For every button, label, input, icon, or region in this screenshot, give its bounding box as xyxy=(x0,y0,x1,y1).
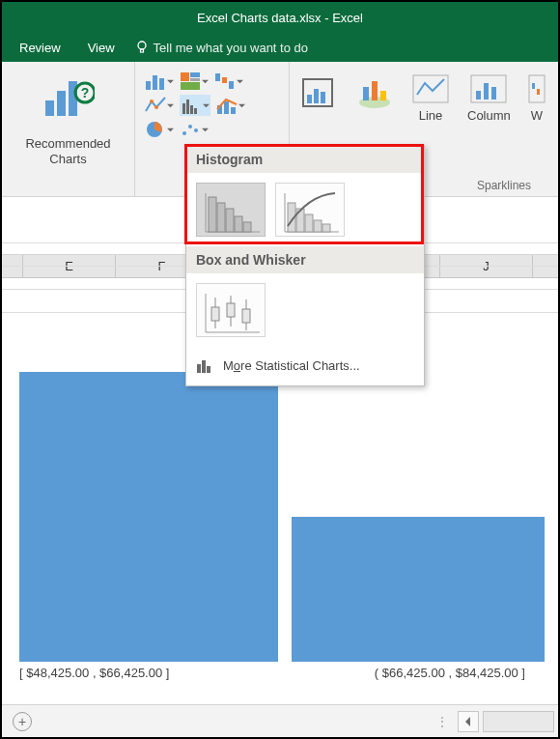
lightbulb-icon xyxy=(134,40,150,55)
svg-rect-65 xyxy=(227,303,235,317)
insert-column-chart-button[interactable] xyxy=(145,71,174,91)
svg-point-18 xyxy=(154,105,158,109)
svg-rect-19 xyxy=(182,103,185,114)
group-label-sparklines: Sparklines xyxy=(477,179,531,192)
group-recommended-charts: ? Recommended Charts Charts xyxy=(2,62,135,196)
svg-rect-48 xyxy=(209,197,216,232)
svg-point-0 xyxy=(138,42,146,49)
tell-me-search[interactable]: Tell me what you want to do xyxy=(154,41,308,55)
plus-icon: + xyxy=(13,712,32,731)
svg-rect-16 xyxy=(229,81,234,89)
sheet-tab-bar: + ⋮ xyxy=(2,704,558,737)
svg-rect-13 xyxy=(181,82,200,90)
svg-rect-8 xyxy=(153,75,157,90)
svg-rect-25 xyxy=(231,107,236,114)
svg-rect-15 xyxy=(222,77,227,83)
tab-review[interactable]: Review xyxy=(6,41,74,55)
recommended-charts-label: Recommended Charts xyxy=(25,136,110,166)
histogram-bar-1 xyxy=(19,372,278,662)
embedded-histogram-chart[interactable]: [ $48,425.00 , $66,425.00 ] ( $66,425.00… xyxy=(19,390,545,695)
more-statistical-charts-label: More Statistical Charts... xyxy=(223,358,360,373)
new-sheet-button[interactable]: + xyxy=(8,707,37,736)
tab-view[interactable]: View xyxy=(74,41,128,55)
svg-rect-37 xyxy=(380,91,386,100)
insert-statistic-chart-button[interactable] xyxy=(180,95,210,116)
statistic-chart-dropdown: Histogram xyxy=(185,145,425,386)
svg-rect-11 xyxy=(190,72,200,77)
svg-rect-52 xyxy=(243,222,251,232)
svg-rect-40 xyxy=(476,91,481,99)
svg-rect-49 xyxy=(217,203,225,232)
svg-rect-67 xyxy=(242,309,250,323)
svg-rect-9 xyxy=(159,78,164,90)
svg-rect-59 xyxy=(322,224,330,232)
svg-point-28 xyxy=(188,125,192,128)
svg-rect-22 xyxy=(194,108,197,114)
svg-rect-42 xyxy=(491,87,496,99)
scroll-left-button[interactable] xyxy=(458,711,479,732)
svg-rect-36 xyxy=(372,81,378,100)
svg-rect-70 xyxy=(207,366,210,373)
insert-waterfall-chart-button[interactable] xyxy=(214,71,243,91)
svg-point-29 xyxy=(194,128,198,132)
svg-rect-20 xyxy=(186,99,189,114)
histogram-bar-2 xyxy=(292,517,545,662)
svg-rect-41 xyxy=(484,83,489,99)
dropdown-header-histogram: Histogram xyxy=(186,146,424,173)
svg-rect-35 xyxy=(363,87,369,100)
svg-rect-14 xyxy=(215,73,220,81)
svg-rect-57 xyxy=(305,214,313,232)
window-title: Excel Charts data.xlsx - Excel xyxy=(197,11,363,25)
x-axis-label-1: [ $48,425.00 , $66,425.00 ] xyxy=(19,666,169,695)
svg-rect-58 xyxy=(314,220,322,232)
svg-rect-50 xyxy=(226,209,234,232)
svg-rect-7 xyxy=(146,81,151,90)
ribbon-tabs: Review View Tell me what you want to do xyxy=(2,33,558,62)
histogram-x-axis: [ $48,425.00 , $66,425.00 ] ( $66,425.00… xyxy=(19,666,545,695)
insert-line-chart-button[interactable] xyxy=(145,95,174,116)
svg-rect-63 xyxy=(211,307,219,321)
svg-rect-33 xyxy=(321,92,325,103)
svg-rect-3 xyxy=(57,91,66,116)
svg-rect-51 xyxy=(235,216,242,232)
svg-rect-1 xyxy=(140,49,143,52)
insert-scatter-chart-button[interactable] xyxy=(180,120,209,139)
insert-combo-chart-button[interactable] xyxy=(216,95,245,116)
pareto-chart-option[interactable] xyxy=(275,183,345,237)
svg-rect-44 xyxy=(532,83,535,89)
x-axis-label-2: ( $66,425.00 , $84,425.00 ] xyxy=(375,666,525,695)
histogram-chart-option[interactable] xyxy=(196,183,266,237)
svg-rect-21 xyxy=(190,105,193,114)
drag-handle-icon[interactable]: ⋮ xyxy=(436,715,450,728)
window-titlebar: Excel Charts data.xlsx - Excel xyxy=(2,2,558,33)
svg-point-17 xyxy=(150,99,154,103)
insert-hierarchy-chart-button[interactable] xyxy=(180,71,209,91)
svg-rect-68 xyxy=(197,364,201,373)
svg-rect-2 xyxy=(45,100,54,116)
recommended-charts-button[interactable]: ? xyxy=(42,73,95,124)
svg-rect-69 xyxy=(202,360,206,373)
svg-text:?: ? xyxy=(80,85,89,100)
svg-rect-32 xyxy=(314,89,319,103)
svg-rect-12 xyxy=(190,78,200,81)
svg-rect-24 xyxy=(224,101,229,114)
box-whisker-chart-option[interactable] xyxy=(196,283,266,337)
horizontal-scrollbar[interactable] xyxy=(483,711,554,732)
sparkline-winloss-button[interactable]: W xyxy=(528,73,546,194)
svg-point-27 xyxy=(182,131,186,135)
svg-rect-45 xyxy=(537,89,540,95)
dropdown-header-box-whisker: Box and Whisker xyxy=(186,246,424,273)
sparkline-column-button[interactable]: Column xyxy=(467,73,511,194)
insert-pie-chart-button[interactable] xyxy=(145,120,174,139)
more-statistical-charts-button[interactable]: More Statistical Charts... xyxy=(186,347,424,385)
svg-rect-10 xyxy=(181,72,189,81)
svg-rect-31 xyxy=(307,95,312,103)
